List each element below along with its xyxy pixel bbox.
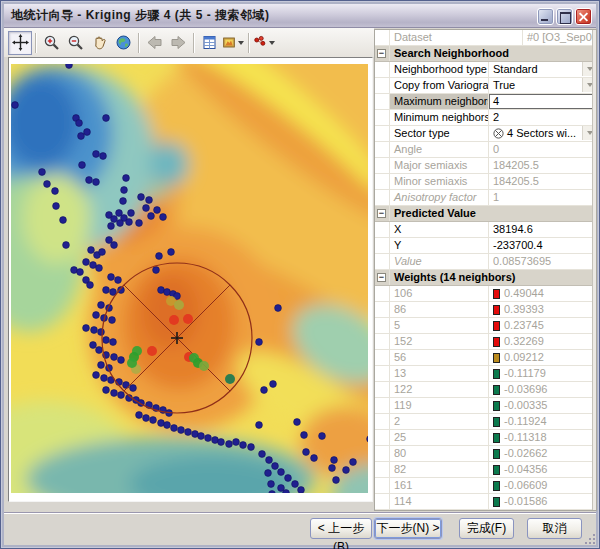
property-grid[interactable]: Dataset#0 [O3_Sep06_3p...Search Neighbor… (374, 29, 597, 511)
chevron-down-icon (269, 41, 275, 45)
weight-color-swatch (493, 353, 500, 363)
property-value: 38194.6 (493, 222, 533, 237)
property-value: 2 (493, 110, 499, 125)
weight-id: 13 (390, 366, 489, 381)
weight-id: 56 (390, 350, 489, 365)
collapse-icon[interactable] (377, 49, 386, 58)
property-row[interactable]: Sector type4 Sectors wi... (375, 126, 596, 142)
property-row[interactable]: Minimum neighbors2 (375, 110, 596, 126)
property-row[interactable]: Anisotropy factor1 (375, 190, 596, 206)
close-button[interactable] (575, 8, 592, 25)
weight-color-swatch (493, 401, 500, 411)
weight-row[interactable]: 1060.49044 (375, 286, 596, 302)
weight-id: 82 (390, 462, 489, 477)
property-value: 4 Sectors wi... (507, 126, 576, 141)
property-row[interactable]: X38194.6 (375, 222, 596, 238)
weight-row[interactable]: 50.23745 (375, 318, 596, 334)
weight-row[interactable]: 114-0.01586 (375, 494, 596, 510)
property-label: Y (390, 238, 489, 253)
property-row[interactable]: Value0.08573695 (375, 254, 596, 270)
minimize-button[interactable] (537, 8, 554, 25)
weight-color-swatch (493, 481, 500, 491)
section-header[interactable]: Search Neighborhood (375, 46, 596, 62)
zoom-in-icon[interactable] (39, 31, 63, 55)
weight-id: 106 (390, 286, 489, 301)
finish-button[interactable]: 完成(F) (459, 518, 514, 539)
weight-value: 0.23745 (504, 318, 544, 333)
weight-row[interactable]: 80-0.02662 (375, 446, 596, 462)
maximize-button[interactable] (556, 8, 573, 25)
map-toolbar (4, 28, 374, 57)
section-header[interactable]: Predicted Value (375, 206, 596, 222)
weight-color-swatch (493, 433, 500, 443)
weight-row[interactable]: 82-0.04356 (375, 462, 596, 478)
weight-row[interactable]: 25-0.11318 (375, 430, 596, 446)
forward-arrow-icon[interactable] (166, 31, 190, 55)
weight-row[interactable]: 122-0.03696 (375, 382, 596, 398)
property-row[interactable]: Neighborhood typeStandard (375, 62, 596, 78)
weight-id: 114 (390, 494, 489, 509)
property-label: Minor semiaxis (390, 174, 489, 189)
weight-color-swatch (493, 337, 500, 347)
property-label: Value (390, 254, 489, 269)
weight-value: -0.11924 (504, 414, 547, 429)
toolbar-separator (248, 33, 249, 53)
weight-id: 2 (390, 414, 489, 429)
toolbar-separator (193, 33, 194, 53)
weight-id: 152 (390, 334, 489, 349)
table-icon[interactable] (197, 31, 221, 55)
property-label: X (390, 222, 489, 237)
property-value: 1 (493, 190, 499, 205)
chevron-down-icon (238, 41, 244, 45)
property-value: 184205.5 (493, 158, 539, 173)
weight-color-swatch (493, 321, 500, 331)
collapse-icon[interactable] (377, 209, 386, 218)
pan-hand-icon[interactable] (87, 31, 111, 55)
property-label: Minimum neighbors (390, 110, 489, 125)
weight-row[interactable]: 13-0.11179 (375, 366, 596, 382)
geostatistical-wizard-window: 地统计向导 - Kriging 步骤 4 (共 5 - 搜索邻域) (0, 0, 600, 549)
footer-divider (4, 512, 596, 514)
property-row[interactable]: Major semiaxis184205.5 (375, 158, 596, 174)
neighbor-points-icon[interactable] (252, 31, 276, 55)
weight-row[interactable]: 1520.32269 (375, 334, 596, 350)
weight-row[interactable]: 119-0.00335 (375, 398, 596, 414)
weight-row[interactable]: 860.39393 (375, 302, 596, 318)
property-value: 4 (493, 94, 499, 109)
cancel-button[interactable]: 取消 (527, 518, 582, 539)
weight-color-swatch (493, 305, 500, 315)
property-row[interactable]: Maximum neighbors4 (375, 94, 596, 110)
weight-value: -0.02662 (504, 446, 547, 461)
back-arrow-icon[interactable] (142, 31, 166, 55)
weight-value: -0.11179 (504, 366, 546, 381)
next-step-button[interactable]: 下一步(N) > (374, 518, 442, 539)
property-row[interactable]: Y-233700.4 (375, 238, 596, 254)
title-bar[interactable]: 地统计向导 - Kriging 步骤 4 (共 5 - 搜索邻域) (4, 4, 596, 28)
weight-row[interactable]: 2-0.11924 (375, 414, 596, 430)
toolbar-separator (35, 33, 36, 53)
weight-row[interactable]: 560.09212 (375, 350, 596, 366)
map-preview-panel[interactable] (8, 57, 373, 502)
crosshair-pointer-icon[interactable] (8, 31, 32, 55)
property-row[interactable]: Angle0 (375, 142, 596, 158)
property-row[interactable]: Copy from VariogramTrue (375, 78, 596, 94)
kriging-surface-map[interactable] (11, 64, 368, 493)
weight-id: 119 (390, 398, 489, 413)
dataset-row[interactable]: Dataset#0 [O3_Sep06_3p... (375, 30, 596, 46)
property-row[interactable]: Minor semiaxis184205.5 (375, 174, 596, 190)
property-label: Major semiaxis (390, 158, 489, 173)
weight-value: -0.04356 (504, 462, 547, 477)
weight-id: 86 (390, 302, 489, 317)
section-header[interactable]: Weights (14 neighbors) (375, 270, 596, 286)
surface-layer-icon[interactable] (221, 31, 245, 55)
property-value: -233700.4 (493, 238, 543, 253)
scrollbar[interactable] (592, 30, 596, 510)
back-step-button[interactable]: < 上一步(B) (310, 518, 372, 539)
zoom-out-icon[interactable] (63, 31, 87, 55)
weight-value: 0.49044 (504, 286, 544, 301)
globe-extent-icon[interactable] (111, 31, 135, 55)
weight-value: -0.11318 (504, 430, 547, 445)
resize-grip[interactable] (585, 534, 595, 544)
weight-row[interactable]: 161-0.06609 (375, 478, 596, 494)
collapse-icon[interactable] (377, 273, 386, 282)
